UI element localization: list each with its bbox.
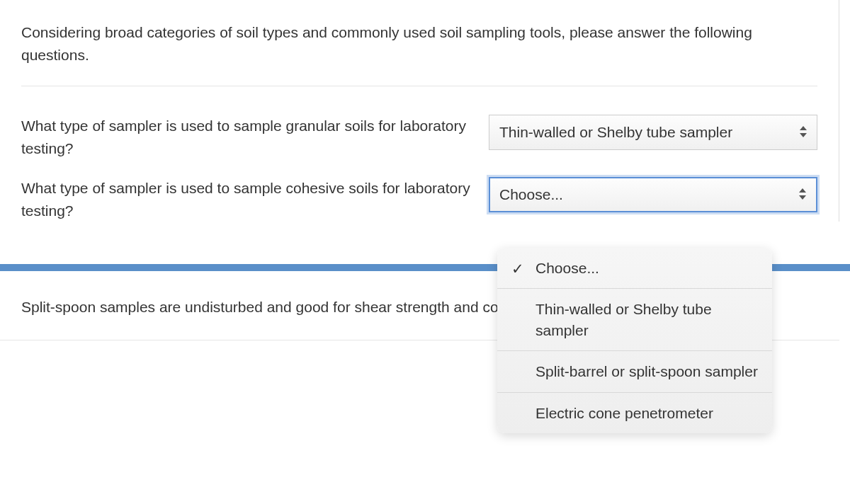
question-2-select[interactable]: Choose... xyxy=(489,177,817,212)
question-row-2: What type of sampler is used to sample c… xyxy=(21,177,817,222)
question-card: Considering broad categories of soil typ… xyxy=(0,0,839,222)
question-2-label: What type of sampler is used to sample c… xyxy=(21,177,489,222)
dropdown-option-choose[interactable]: ✓ Choose... xyxy=(497,248,772,289)
dropdown-option-label: Thin-walled or Shelby tube sampler xyxy=(536,301,712,338)
check-icon: ✓ xyxy=(511,258,524,279)
updown-caret-icon xyxy=(799,188,806,201)
dropdown-option-penetrometer[interactable]: Electric cone penetrometer xyxy=(497,393,772,433)
intro-text: Considering broad categories of soil typ… xyxy=(21,21,817,66)
dropdown-option-split-spoon[interactable]: Split-barrel or split-spoon sampler xyxy=(497,351,772,392)
question-1-select-wrap: Thin-walled or Shelby tube sampler xyxy=(489,115,817,150)
question-2-select-wrap: Choose... xyxy=(489,177,817,212)
dropdown-option-shelby[interactable]: Thin-walled or Shelby tube sampler xyxy=(497,289,772,351)
question-1-selected-value: Thin-walled or Shelby tube sampler xyxy=(499,124,732,140)
question-1-select[interactable]: Thin-walled or Shelby tube sampler xyxy=(489,115,817,150)
dropdown-menu: ✓ Choose... Thin-walled or Shelby tube s… xyxy=(497,248,772,433)
updown-caret-icon xyxy=(800,126,807,139)
question-2-selected-value: Choose... xyxy=(499,186,563,202)
dropdown-option-label: Electric cone penetrometer xyxy=(536,405,713,421)
dropdown-option-label: Choose... xyxy=(536,260,599,276)
dropdown-option-label: Split-barrel or split-spoon sampler xyxy=(536,363,758,379)
divider xyxy=(21,86,817,86)
question-1-label: What type of sampler is used to sample g… xyxy=(21,115,489,159)
question-row-1: What type of sampler is used to sample g… xyxy=(21,115,817,159)
